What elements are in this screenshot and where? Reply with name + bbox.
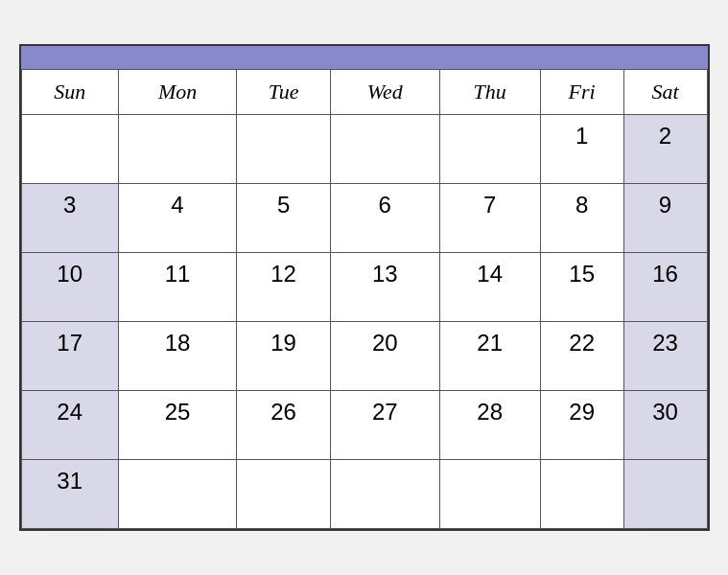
calendar-cell[interactable]: 30 (623, 391, 707, 460)
calendar-cell[interactable] (623, 460, 707, 529)
week-row-5: 24252627282930 (21, 391, 707, 460)
day-number: 11 (165, 261, 191, 287)
day-number: 15 (569, 261, 595, 287)
day-number: 27 (372, 399, 398, 425)
day-number: 29 (569, 399, 595, 425)
calendar-cell[interactable]: 28 (439, 391, 540, 460)
day-number: 17 (57, 330, 82, 356)
calendar-cell[interactable]: 6 (331, 184, 440, 253)
day-number: 10 (57, 261, 82, 287)
calendar-cell[interactable]: 29 (540, 391, 623, 460)
calendar-cell[interactable]: 4 (118, 184, 236, 253)
calendar-cell[interactable]: 18 (118, 322, 236, 391)
day-header-wed: Wed (331, 70, 440, 115)
day-number: 26 (270, 399, 296, 425)
calendar-cell[interactable]: 12 (237, 253, 331, 322)
calendar-cell[interactable]: 31 (21, 460, 118, 529)
day-number: 21 (477, 330, 503, 356)
day-number: 2 (659, 123, 671, 149)
calendar-cell[interactable]: 5 (237, 184, 331, 253)
day-number: 5 (277, 192, 290, 218)
calendar-cell[interactable] (118, 460, 236, 529)
calendar-cell[interactable]: 10 (21, 253, 118, 322)
day-number: 14 (477, 261, 503, 287)
week-row-4: 17181920212223 (21, 322, 707, 391)
day-number: 30 (652, 399, 678, 425)
day-header-tue: Tue (237, 70, 331, 115)
calendar-cell[interactable] (331, 115, 440, 184)
calendar-cell[interactable]: 9 (623, 184, 707, 253)
calendar-cell[interactable]: 14 (439, 253, 540, 322)
day-number: 31 (57, 468, 82, 494)
calendar-cell[interactable]: 21 (439, 322, 540, 391)
day-number: 3 (63, 192, 76, 218)
day-number: 18 (165, 330, 191, 356)
calendar-cell[interactable]: 11 (118, 253, 236, 322)
calendar-cell[interactable]: 20 (331, 322, 440, 391)
calendar-cell[interactable]: 22 (540, 322, 623, 391)
calendar-cell[interactable] (118, 115, 236, 184)
day-number: 7 (483, 192, 496, 218)
calendar-grid: SunMonTueWedThuFriSat 123456789101112131… (21, 69, 708, 529)
calendar-cell[interactable]: 15 (540, 253, 623, 322)
day-headers-row: SunMonTueWedThuFriSat (21, 70, 707, 115)
day-number: 8 (575, 192, 588, 218)
day-number: 13 (372, 261, 398, 287)
week-row-6: 31 (21, 460, 707, 529)
calendar-cell[interactable] (237, 115, 331, 184)
day-header-sat: Sat (623, 70, 707, 115)
day-number: 28 (477, 399, 503, 425)
calendar-cell[interactable]: 3 (21, 184, 118, 253)
week-row-1: 12 (21, 115, 707, 184)
calendar-header (21, 46, 708, 69)
calendar-cell[interactable]: 13 (331, 253, 440, 322)
calendar-cell[interactable] (21, 115, 118, 184)
calendar-cell[interactable] (237, 460, 331, 529)
calendar-cell[interactable]: 2 (623, 115, 707, 184)
day-number: 4 (171, 192, 183, 218)
day-number: 20 (372, 330, 398, 356)
day-header-mon: Mon (118, 70, 236, 115)
calendar-cell[interactable]: 24 (21, 391, 118, 460)
calendar-cell[interactable] (439, 460, 540, 529)
day-number: 25 (165, 399, 191, 425)
day-number: 1 (575, 123, 588, 149)
calendar-cell[interactable]: 25 (118, 391, 236, 460)
day-number: 22 (569, 330, 595, 356)
day-header-thu: Thu (439, 70, 540, 115)
calendar-cell[interactable]: 27 (331, 391, 440, 460)
calendar-cell[interactable]: 8 (540, 184, 623, 253)
week-row-3: 10111213141516 (21, 253, 707, 322)
day-number: 12 (270, 261, 296, 287)
calendar-cell[interactable]: 1 (540, 115, 623, 184)
calendar-cell[interactable] (439, 115, 540, 184)
day-number: 6 (379, 192, 391, 218)
calendar-cell[interactable] (540, 460, 623, 529)
day-header-fri: Fri (540, 70, 623, 115)
calendar-cell[interactable]: 23 (623, 322, 707, 391)
day-number: 19 (270, 330, 296, 356)
calendar: SunMonTueWedThuFriSat 123456789101112131… (19, 44, 710, 531)
calendar-cell[interactable]: 17 (21, 322, 118, 391)
calendar-cell[interactable]: 16 (623, 253, 707, 322)
calendar-cell[interactable]: 26 (237, 391, 331, 460)
calendar-cell[interactable]: 7 (439, 184, 540, 253)
day-number: 9 (659, 192, 671, 218)
week-row-2: 3456789 (21, 184, 707, 253)
day-number: 23 (652, 330, 678, 356)
calendar-cell[interactable]: 19 (237, 322, 331, 391)
day-number: 16 (652, 261, 678, 287)
calendar-cell[interactable] (331, 460, 440, 529)
day-header-sun: Sun (21, 70, 118, 115)
day-number: 24 (57, 399, 82, 425)
